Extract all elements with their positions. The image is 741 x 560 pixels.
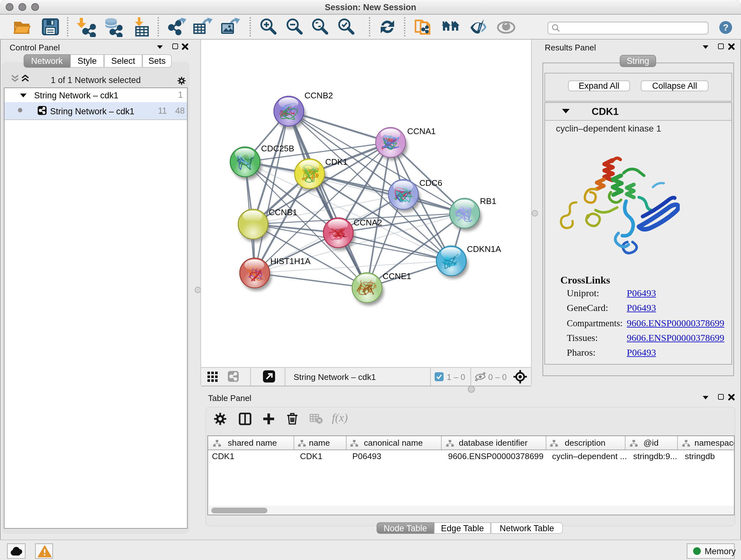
svg-text:CDC6: CDC6 xyxy=(419,178,442,188)
svg-text:RB1: RB1 xyxy=(480,196,496,206)
svg-text:CCNB1: CCNB1 xyxy=(269,207,297,217)
svg-text:CDK1: CDK1 xyxy=(325,157,347,167)
svg-text:CCNA1: CCNA1 xyxy=(407,126,435,136)
svg-text:CDC25B: CDC25B xyxy=(261,144,294,153)
svg-text:HIST1H1A: HIST1H1A xyxy=(270,256,311,266)
svg-text:CCNA2: CCNA2 xyxy=(354,218,382,227)
svg-text:CDKN1A: CDKN1A xyxy=(467,244,501,254)
svg-text:CCNB2: CCNB2 xyxy=(305,91,333,100)
svg-text:CCNE1: CCNE1 xyxy=(383,271,411,281)
